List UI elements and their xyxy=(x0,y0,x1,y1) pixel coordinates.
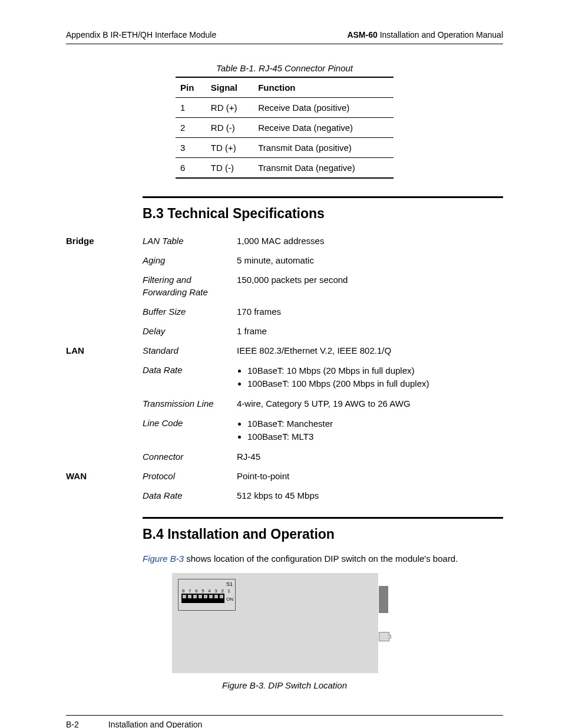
th-pin: Pin xyxy=(176,77,206,98)
table-b1-caption: Table B-1. RJ-45 Connector Pinout xyxy=(66,62,503,74)
divider-b4 xyxy=(143,517,503,519)
cat-wan: WAN xyxy=(66,466,143,486)
table-row: 3 TD (+) Transmit Data (positive) xyxy=(176,137,394,157)
pinout-table: Pin Signal Function 1 RD (+) Receive Dat… xyxy=(176,77,394,179)
header-right: ASM-60 Installation and Operation Manual xyxy=(347,29,503,41)
table-row: 1 RD (+) Receive Data (positive) xyxy=(176,97,394,117)
table-row: 6 TD (-) Transmit Data (negative) xyxy=(176,157,394,178)
spec-table: Bridge LAN Table 1,000 MAC addresses Agi… xyxy=(66,231,503,505)
b4-paragraph: Figure B-3 shows location of the configu… xyxy=(143,552,503,565)
module-board-icon: S1 8 7 6 5 4 3 2 1 ON xyxy=(172,573,378,673)
header-right-rest: Installation and Operation Manual xyxy=(378,30,503,39)
footer-page: B-2 xyxy=(66,719,79,728)
page-header: Appendix B IR-ETH/QH Interface Module AS… xyxy=(66,29,503,44)
divider-b3 xyxy=(143,196,503,198)
th-signal: Signal xyxy=(206,77,253,98)
th-function: Function xyxy=(253,77,394,98)
header-right-bold: ASM-60 xyxy=(347,30,377,39)
figure-b3: S1 8 7 6 5 4 3 2 1 ON xyxy=(172,573,503,673)
header-left: Appendix B IR-ETH/QH Interface Module xyxy=(66,29,216,41)
heading-b3: B.3 Technical Specifications xyxy=(143,204,503,223)
table-row: 2 RD (-) Receive Data (negative) xyxy=(176,117,394,137)
cat-bridge: Bridge xyxy=(66,231,143,251)
footer-title: Installation and Operation xyxy=(108,719,203,728)
edge-connector-icon xyxy=(379,573,388,641)
figure-b3-ref: Figure B-3 xyxy=(143,554,184,564)
page-footer: B-2 Installation and Operation xyxy=(66,715,503,728)
cat-lan: LAN xyxy=(66,341,143,360)
heading-b4: B.4 Installation and Operation xyxy=(143,525,503,543)
dip-switch-icon: S1 8 7 6 5 4 3 2 1 ON xyxy=(178,579,236,611)
figure-b3-caption: Figure B-3. DIP Switch Location xyxy=(66,679,503,691)
